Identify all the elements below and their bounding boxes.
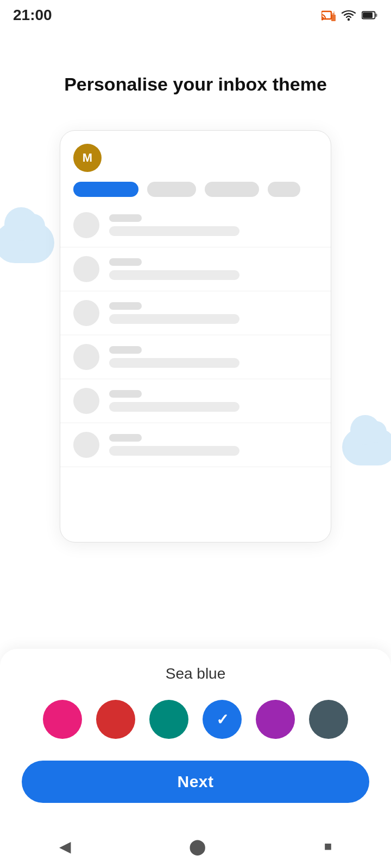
preview-tab-active [73, 182, 138, 197]
preview-line-long [109, 402, 239, 412]
color-options [22, 700, 369, 739]
battery-icon [362, 10, 378, 20]
preview-avatar: M [73, 144, 102, 172]
inbox-preview-card: M [60, 130, 331, 542]
list-item [60, 379, 331, 423]
theme-selector-panel: Sea blue Next [0, 649, 391, 825]
list-item [60, 291, 331, 335]
svg-point-5 [348, 18, 350, 21]
svg-rect-7 [363, 12, 373, 18]
cloud-right-decoration [342, 429, 391, 465]
preview-item-content [109, 434, 318, 456]
preview-line-short [109, 434, 142, 442]
preview-item-content [109, 258, 318, 280]
page-title: Personalise your inbox theme [0, 73, 391, 96]
preview-item-content [109, 390, 318, 412]
preview-item-content [109, 214, 318, 236]
preview-tab-3 [268, 182, 300, 197]
preview-line-short [109, 258, 142, 266]
preview-line-long [109, 358, 239, 368]
preview-item-avatar [73, 344, 99, 370]
svg-rect-4 [333, 11, 335, 13]
color-dark[interactable] [309, 700, 348, 739]
color-green[interactable] [149, 700, 188, 739]
nav-recent-icon[interactable]: ■ [324, 839, 332, 854]
svg-rect-3 [332, 13, 335, 15]
color-blue[interactable] [203, 700, 242, 739]
preview-item-avatar [73, 432, 99, 458]
preview-tab-1 [147, 182, 196, 197]
preview-line-short [109, 302, 142, 310]
preview-line-short [109, 390, 142, 398]
preview-item-avatar [73, 212, 99, 238]
preview-item-avatar [73, 300, 99, 326]
preview-item-avatar [73, 256, 99, 282]
list-item [60, 247, 331, 291]
list-item [60, 203, 331, 247]
cloud-left-decoration [0, 222, 54, 263]
preview-item-avatar [73, 388, 99, 414]
color-red[interactable] [96, 700, 135, 739]
preview-line-long [109, 226, 239, 236]
preview-tabs [60, 172, 331, 203]
preview-item-content [109, 346, 318, 368]
preview-line-long [109, 446, 239, 456]
preview-item-content [109, 302, 318, 324]
list-item [60, 335, 331, 379]
preview-line-short [109, 346, 142, 354]
svg-rect-2 [331, 15, 336, 21]
list-item [60, 423, 331, 467]
preview-line-short [109, 214, 142, 222]
nav-back-icon[interactable]: ◀ [59, 838, 71, 856]
theme-name-label: Sea blue [22, 665, 369, 682]
cast-icon [321, 9, 336, 21]
preview-tab-2 [205, 182, 259, 197]
color-purple[interactable] [256, 700, 295, 739]
preview-list [60, 203, 331, 467]
nav-bar: ◀ ⬤ ■ [0, 825, 391, 868]
color-pink[interactable] [43, 700, 82, 739]
nav-home-icon[interactable]: ⬤ [189, 838, 206, 856]
svg-rect-8 [375, 14, 377, 17]
status-time: 21:00 [13, 7, 52, 24]
preview-line-long [109, 270, 239, 280]
wifi-icon [341, 9, 356, 21]
status-bar: 21:00 [0, 0, 391, 29]
next-button[interactable]: Next [22, 761, 369, 803]
status-icons [321, 9, 378, 21]
preview-line-long [109, 314, 239, 324]
